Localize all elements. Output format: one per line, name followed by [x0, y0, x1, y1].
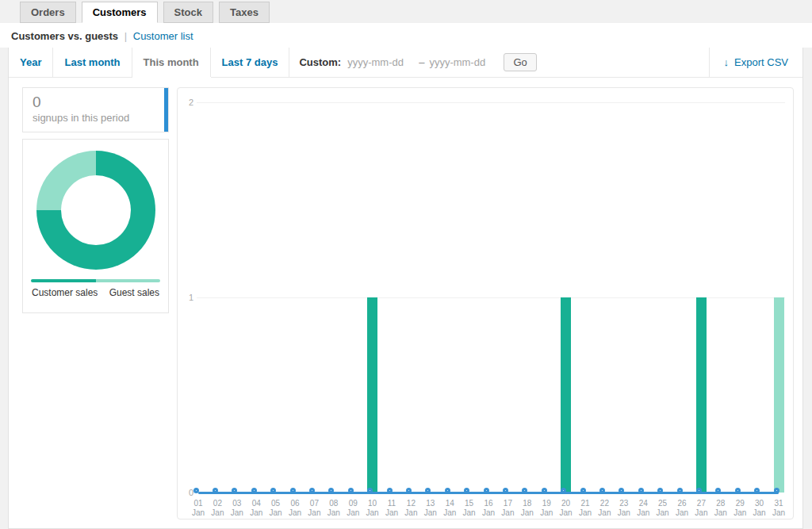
signups-point-25 [657, 488, 663, 493]
x-axis-label-14: 14Jan [439, 499, 460, 518]
customer-sales-legend-swatch [31, 279, 96, 282]
x-axis-label-27: 27Jan [691, 499, 711, 518]
custom-date-to-input[interactable] [429, 56, 496, 68]
customer-list-link[interactable]: Customer list [133, 30, 193, 42]
signups-point-07 [309, 488, 315, 493]
sales-by-day-chart: 01201Jan02Jan03Jan04Jan05Jan06Jan07Jan08… [177, 87, 794, 519]
signups-label: signups in this period [33, 112, 159, 124]
x-axis-label-24: 24Jan [633, 499, 653, 518]
x-axis-label-01: 01Jan [188, 499, 209, 518]
guest-sales-legend-swatch [96, 279, 161, 282]
y-axis-tick-0: 0 [182, 488, 193, 497]
signups-point-13 [425, 488, 431, 493]
range-last-7-days[interactable]: Last 7 days [211, 48, 290, 77]
x-axis-label-10: 10Jan [362, 499, 383, 518]
date-filter-bar: Year Last month This month Last 7 days C… [9, 48, 802, 78]
x-axis-label-30: 30Jan [749, 499, 770, 518]
donut-hole [61, 175, 131, 245]
x-axis-label-29: 29Jan [730, 499, 750, 518]
y-axis-tick-2: 2 [182, 98, 193, 107]
breadcrumb-current: Customers vs. guests [11, 30, 118, 42]
signups-point-28 [715, 488, 721, 493]
y-axis-tick-1: 1 [182, 293, 193, 302]
x-axis-label-20: 20Jan [556, 499, 576, 518]
signups-point-15 [464, 488, 469, 493]
x-axis-label-11: 11Jan [381, 499, 402, 518]
x-axis-label-31: 31Jan [768, 499, 789, 518]
x-axis-label-03: 03Jan [227, 499, 247, 518]
signups-point-30 [754, 488, 760, 493]
range-last-month[interactable]: Last month [53, 48, 132, 77]
x-axis-label-06: 06Jan [285, 499, 305, 518]
breadcrumb-strip: Customers vs. guests | Customer list [0, 23, 812, 48]
guest-sales-legend-label: Guest sales [109, 287, 159, 298]
signups-point-08 [328, 488, 334, 493]
signups-point-02 [213, 488, 218, 493]
signups-point-12 [406, 488, 412, 493]
go-button[interactable]: Go [504, 53, 536, 71]
x-axis-label-19: 19Jan [536, 499, 557, 518]
tab-orders[interactable]: Orders [20, 2, 76, 23]
customer-sales-bar-27 [696, 297, 707, 493]
x-axis-label-04: 04Jan [246, 499, 266, 518]
signups-point-05 [270, 488, 276, 493]
tab-customers[interactable]: Customers [82, 2, 158, 23]
x-axis-label-26: 26Jan [672, 499, 692, 518]
x-axis-label-07: 07Jan [304, 499, 324, 518]
x-axis-label-12: 12Jan [400, 499, 421, 518]
x-axis-label-16: 16Jan [478, 499, 499, 518]
date-range-dash: – [419, 56, 424, 68]
signups-point-03 [232, 488, 237, 493]
custom-range-label: Custom: [299, 56, 341, 68]
signups-point-21 [580, 488, 586, 493]
breadcrumb: Customers vs. guests | Customer list [0, 23, 812, 42]
signups-point-06 [290, 488, 296, 493]
download-arrow-icon: ↓ [724, 56, 730, 68]
signups-point-26 [677, 488, 683, 493]
x-axis-label-09: 09Jan [343, 499, 363, 518]
x-axis-label-15: 15Jan [459, 499, 480, 518]
x-axis-label-18: 18Jan [517, 499, 538, 518]
x-axis-label-22: 22Jan [594, 499, 615, 518]
x-axis-label-05: 05Jan [266, 499, 286, 518]
signups-point-31 [774, 488, 779, 493]
signups-point-10 [367, 488, 373, 493]
donut-legend-line [31, 279, 160, 282]
report-tabs: Orders Customers Stock Taxes [0, 2, 812, 23]
export-csv-button[interactable]: ↓ Export CSV [709, 48, 802, 77]
x-axis-label-02: 02Jan [207, 499, 228, 518]
range-year[interactable]: Year [9, 48, 53, 77]
x-axis-label-13: 13Jan [420, 499, 441, 518]
customer-vs-guest-donut-chart [36, 151, 155, 270]
signups-point-20 [561, 488, 566, 493]
signups-point-09 [348, 488, 354, 493]
signups-point-23 [619, 488, 624, 493]
signups-point-24 [638, 488, 644, 493]
x-axis-label-17: 17Jan [497, 499, 518, 518]
x-axis-label-23: 23Jan [614, 499, 634, 518]
signups-point-17 [503, 488, 508, 493]
customer-sales-bar-10 [367, 297, 377, 493]
export-csv-label: Export CSV [734, 56, 788, 68]
tab-taxes[interactable]: Taxes [219, 2, 270, 23]
signups-point-29 [735, 488, 741, 493]
x-axis-label-25: 25Jan [653, 499, 673, 518]
signups-point-27 [696, 488, 702, 493]
x-axis-label-08: 08Jan [324, 499, 344, 518]
tab-stock[interactable]: Stock [163, 2, 213, 23]
signups-accent-bar [164, 88, 168, 132]
customer-sales-legend-label: Customer sales [32, 287, 98, 298]
signups-point-14 [445, 488, 450, 493]
custom-date-from-input[interactable] [347, 56, 414, 68]
x-axis-label-28: 28Jan [710, 499, 731, 518]
signups-point-18 [522, 488, 527, 493]
guest-sales-bar-31 [774, 297, 784, 493]
range-this-month[interactable]: This month [132, 48, 211, 77]
signups-point-11 [387, 488, 393, 493]
signups-value: 0 [33, 94, 159, 111]
gridline-y-2 [197, 102, 785, 103]
signups-point-01 [193, 488, 199, 493]
signups-point-22 [599, 488, 605, 493]
signups-point-19 [542, 488, 547, 493]
signups-point-04 [251, 488, 257, 493]
